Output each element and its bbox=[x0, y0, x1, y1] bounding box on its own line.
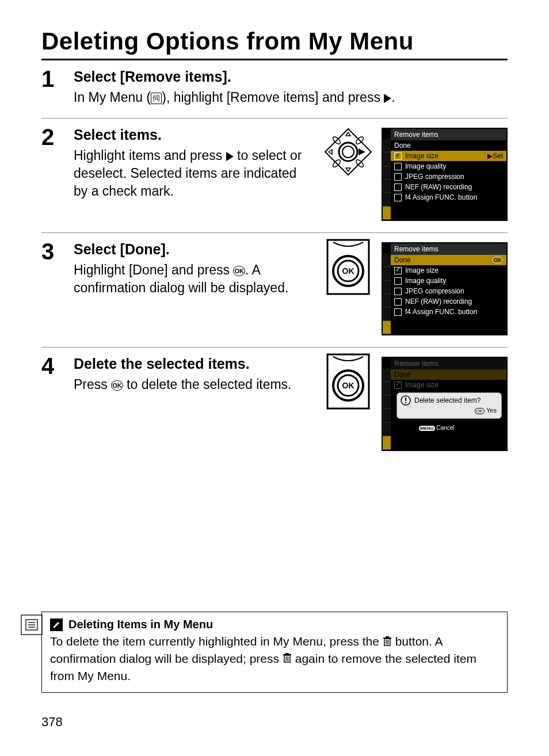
screen-row-label: JPEG compression bbox=[405, 172, 464, 181]
step-1: 1 Select [Remove items]. In My Menu (伺),… bbox=[41, 60, 508, 119]
camera-screen-step2: Remove items DoneImage size▶SetImage qua… bbox=[382, 128, 508, 221]
screen-row-label: Image quality bbox=[405, 276, 446, 285]
footnote-heading: Deleting Items in My Menu bbox=[68, 618, 213, 631]
step-4: 4 Delete the selected items. Press OK to… bbox=[41, 348, 508, 463]
step-number: 4 bbox=[41, 354, 63, 451]
alert-icon bbox=[401, 395, 411, 406]
step-number: 1 bbox=[41, 67, 63, 106]
step-heading: Delete the selected items. bbox=[74, 356, 312, 372]
screen-row-label: Image size bbox=[405, 266, 439, 275]
step-3: 3 Select [Done]. Highlight [Done] and pr… bbox=[41, 233, 508, 348]
svg-rect-32 bbox=[285, 653, 289, 654]
checkbox-icon bbox=[394, 163, 402, 170]
trash-icon bbox=[283, 651, 292, 667]
ok-button-illustration: OK bbox=[323, 357, 373, 407]
text: Press bbox=[74, 377, 111, 392]
screen-row-label: NEF (RAW) recording bbox=[405, 182, 472, 192]
screen-row-label: f4 Assign FUNC. button bbox=[405, 193, 477, 202]
screen-row: Image size bbox=[391, 265, 506, 276]
screen-row: Image quality bbox=[391, 161, 506, 171]
step-heading: Select [Remove items]. bbox=[74, 68, 508, 85]
step-text: Highlight [Done] and press OK. A confirm… bbox=[74, 261, 312, 297]
screen-row: NEF (RAW) recording bbox=[391, 182, 506, 192]
svg-rect-18 bbox=[405, 398, 406, 401]
screen-row-label: Image size bbox=[405, 151, 439, 161]
screen-row: Image size bbox=[391, 380, 506, 390]
step-text: Press OK to delete the selected items. bbox=[74, 376, 312, 394]
screen-row: Done bbox=[391, 140, 506, 151]
text: To delete the item currently highlighted… bbox=[50, 635, 383, 648]
text: to delete the selected items. bbox=[123, 377, 292, 392]
dialog-message: Delete selected item? bbox=[414, 396, 481, 405]
screen-row-label: Done bbox=[394, 255, 411, 265]
svg-rect-31 bbox=[283, 654, 291, 655]
footnote-box: Deleting Items in My Menu To delete the … bbox=[41, 612, 508, 693]
confirm-dialog: Delete selected item? OK Yes bbox=[396, 392, 502, 419]
checkbox-icon bbox=[394, 173, 402, 181]
section-title: Deleting Options from My Menu bbox=[41, 28, 508, 60]
ok-button-illustration: OK bbox=[323, 242, 373, 293]
camera-screen-step3: Remove items DoneOKImage sizeImage quali… bbox=[382, 242, 508, 335]
step-number: 2 bbox=[41, 125, 63, 221]
dialog-yes: OK Yes bbox=[475, 406, 497, 416]
svg-marker-6 bbox=[329, 150, 332, 154]
screen-row-label: f4 Assign FUNC. button bbox=[405, 307, 477, 316]
checkbox-icon bbox=[394, 288, 402, 295]
right-arrow-icon bbox=[384, 94, 391, 103]
screen-title: Remove items bbox=[391, 243, 506, 255]
svg-marker-4 bbox=[346, 132, 350, 136]
checkbox-icon bbox=[394, 267, 402, 274]
svg-point-2 bbox=[342, 146, 354, 158]
step-heading: Select items. bbox=[74, 127, 312, 143]
screen-row-label: NEF (RAW) recording bbox=[405, 297, 472, 306]
screen-row-indicator: ▶Set bbox=[487, 151, 503, 161]
text: ), highlight [Remove items] and press bbox=[162, 90, 384, 105]
svg-text:OK: OK bbox=[342, 381, 354, 390]
svg-marker-3 bbox=[359, 148, 365, 155]
ok-icon: OK bbox=[233, 266, 245, 277]
dialog-cancel: MENU Cancel bbox=[417, 423, 456, 434]
svg-rect-26 bbox=[386, 636, 389, 637]
checkbox-icon bbox=[394, 298, 402, 306]
step-number: 3 bbox=[41, 240, 63, 335]
trash-icon bbox=[383, 635, 392, 651]
svg-point-1 bbox=[339, 143, 357, 161]
screen-title: Remove items bbox=[391, 358, 506, 369]
screen-row-label: Done bbox=[394, 141, 411, 150]
pencil-icon bbox=[50, 618, 63, 631]
checkbox-icon bbox=[394, 184, 402, 191]
multiselector-illustration bbox=[323, 128, 373, 178]
svg-marker-5 bbox=[346, 168, 350, 171]
right-arrow-icon bbox=[226, 152, 234, 161]
screen-row: JPEG compression bbox=[391, 286, 506, 296]
section-tab-icon bbox=[21, 614, 43, 635]
checkbox-icon bbox=[394, 152, 402, 160]
screen-row: Image size▶Set bbox=[391, 151, 506, 161]
text: . bbox=[391, 90, 395, 105]
text: In My Menu ( bbox=[74, 90, 151, 105]
screen-row: NEF (RAW) recording bbox=[391, 296, 506, 307]
text: Highlight items and press bbox=[74, 148, 226, 163]
screen-title: Remove items bbox=[391, 129, 506, 140]
screen-row: Done bbox=[391, 369, 506, 380]
svg-text:OK: OK bbox=[342, 266, 354, 276]
ok-icon: OK bbox=[111, 380, 123, 391]
manual-page: Deleting Options from My Menu 1 Select [… bbox=[0, 0, 549, 756]
text: Highlight [Done] and press bbox=[74, 262, 233, 277]
screen-row: JPEG compression bbox=[391, 171, 506, 182]
screen-row-indicator: OK bbox=[492, 257, 503, 264]
screen-row-label: Image quality bbox=[405, 162, 446, 171]
mymenu-icon: 伺 bbox=[151, 93, 162, 104]
checkbox-icon bbox=[394, 308, 402, 316]
screen-row: f4 Assign FUNC. button bbox=[391, 192, 506, 203]
screen-row: f4 Assign FUNC. button bbox=[391, 307, 506, 317]
page-number: 378 bbox=[41, 715, 63, 730]
footnote-text: To delete the item currently highlighted… bbox=[50, 633, 499, 684]
checkbox-icon bbox=[394, 277, 402, 285]
step-2: 2 Select items. Highlight items and pres… bbox=[41, 119, 508, 233]
checkbox-icon bbox=[394, 194, 402, 201]
screen-row: Image quality bbox=[391, 276, 506, 286]
camera-screen-step4: Remove items Done Image size Delete sele… bbox=[382, 357, 508, 451]
screen-row-label: JPEG compression bbox=[405, 287, 464, 296]
svg-rect-19 bbox=[405, 402, 406, 403]
